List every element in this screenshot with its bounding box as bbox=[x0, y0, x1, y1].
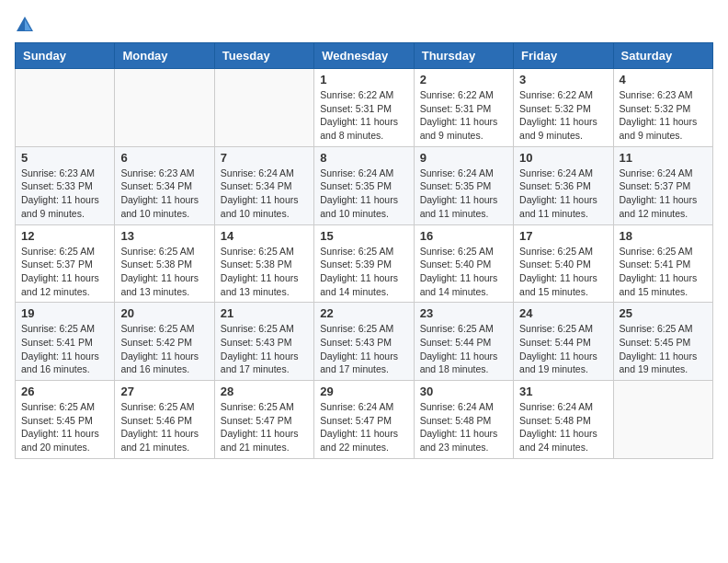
day-number: 27 bbox=[120, 385, 208, 398]
day-info: Sunrise: 6:24 AMSunset: 5:48 PMDaylight:… bbox=[420, 400, 507, 454]
calendar-cell: 29Sunrise: 6:24 AMSunset: 5:47 PMDayligh… bbox=[314, 381, 414, 459]
calendar-table: SundayMondayTuesdayWednesdayThursdayFrid… bbox=[15, 42, 713, 459]
day-number: 18 bbox=[620, 229, 707, 243]
day-number: 12 bbox=[21, 229, 108, 243]
day-number: 23 bbox=[420, 306, 507, 320]
day-info: Sunrise: 6:25 AMSunset: 5:47 PMDaylight:… bbox=[221, 400, 308, 454]
page-header bbox=[15, 15, 713, 35]
day-number: 3 bbox=[519, 73, 607, 86]
day-number: 28 bbox=[221, 385, 308, 398]
calendar-week-row: 26Sunrise: 6:25 AMSunset: 5:45 PMDayligh… bbox=[16, 381, 713, 459]
day-info: Sunrise: 6:25 AMSunset: 5:39 PMDaylight:… bbox=[320, 245, 407, 299]
calendar-cell: 22Sunrise: 6:25 AMSunset: 5:43 PMDayligh… bbox=[314, 303, 414, 381]
calendar-cell: 31Sunrise: 6:24 AMSunset: 5:48 PMDayligh… bbox=[514, 381, 613, 459]
day-number: 5 bbox=[21, 151, 108, 165]
calendar-week-row: 12Sunrise: 6:25 AMSunset: 5:37 PMDayligh… bbox=[16, 224, 713, 303]
day-info: Sunrise: 6:25 AMSunset: 5:40 PMDaylight:… bbox=[519, 245, 607, 299]
day-number: 8 bbox=[320, 151, 407, 165]
weekday-header-tuesday: Tuesday bbox=[214, 43, 313, 69]
calendar-cell: 20Sunrise: 6:25 AMSunset: 5:42 PMDayligh… bbox=[115, 303, 214, 381]
calendar-week-row: 19Sunrise: 6:25 AMSunset: 5:41 PMDayligh… bbox=[16, 303, 713, 381]
day-info: Sunrise: 6:23 AMSunset: 5:33 PMDaylight:… bbox=[21, 167, 108, 221]
calendar-cell: 25Sunrise: 6:25 AMSunset: 5:45 PMDayligh… bbox=[613, 303, 712, 381]
calendar-cell: 16Sunrise: 6:25 AMSunset: 5:40 PMDayligh… bbox=[414, 224, 513, 303]
day-number: 9 bbox=[420, 151, 507, 165]
calendar-cell: 23Sunrise: 6:25 AMSunset: 5:44 PMDayligh… bbox=[414, 303, 513, 381]
day-info: Sunrise: 6:25 AMSunset: 5:41 PMDaylight:… bbox=[21, 322, 108, 376]
calendar-cell: 18Sunrise: 6:25 AMSunset: 5:41 PMDayligh… bbox=[613, 224, 712, 303]
weekday-header-row: SundayMondayTuesdayWednesdayThursdayFrid… bbox=[16, 43, 713, 69]
calendar-cell: 21Sunrise: 6:25 AMSunset: 5:43 PMDayligh… bbox=[214, 303, 313, 381]
day-info: Sunrise: 6:22 AMSunset: 5:31 PMDaylight:… bbox=[420, 88, 507, 143]
calendar-cell: 12Sunrise: 6:25 AMSunset: 5:37 PMDayligh… bbox=[16, 224, 115, 303]
calendar-cell: 3Sunrise: 6:22 AMSunset: 5:32 PMDaylight… bbox=[514, 69, 613, 147]
day-number: 24 bbox=[519, 306, 607, 320]
calendar-cell: 19Sunrise: 6:25 AMSunset: 5:41 PMDayligh… bbox=[16, 303, 115, 381]
day-info: Sunrise: 6:25 AMSunset: 5:42 PMDaylight:… bbox=[120, 322, 208, 376]
day-number: 11 bbox=[620, 151, 707, 165]
calendar-cell: 4Sunrise: 6:23 AMSunset: 5:32 PMDaylight… bbox=[613, 69, 712, 147]
day-number: 10 bbox=[519, 151, 607, 165]
calendar-cell: 26Sunrise: 6:25 AMSunset: 5:45 PMDayligh… bbox=[16, 381, 115, 459]
day-info: Sunrise: 6:23 AMSunset: 5:32 PMDaylight:… bbox=[620, 88, 707, 143]
day-number: 7 bbox=[221, 151, 308, 165]
calendar-cell: 1Sunrise: 6:22 AMSunset: 5:31 PMDaylight… bbox=[314, 69, 414, 147]
day-info: Sunrise: 6:22 AMSunset: 5:31 PMDaylight:… bbox=[320, 88, 407, 143]
day-info: Sunrise: 6:24 AMSunset: 5:35 PMDaylight:… bbox=[320, 167, 407, 221]
calendar-cell: 7Sunrise: 6:24 AMSunset: 5:34 PMDaylight… bbox=[214, 146, 313, 224]
weekday-header-friday: Friday bbox=[514, 43, 613, 69]
calendar-cell bbox=[613, 381, 712, 459]
day-info: Sunrise: 6:25 AMSunset: 5:43 PMDaylight:… bbox=[221, 322, 308, 376]
calendar-cell: 27Sunrise: 6:25 AMSunset: 5:46 PMDayligh… bbox=[115, 381, 214, 459]
calendar-cell: 11Sunrise: 6:24 AMSunset: 5:37 PMDayligh… bbox=[613, 146, 712, 224]
weekday-header-monday: Monday bbox=[115, 43, 214, 69]
day-number: 2 bbox=[420, 73, 507, 86]
weekday-header-wednesday: Wednesday bbox=[314, 43, 414, 69]
day-info: Sunrise: 6:24 AMSunset: 5:47 PMDaylight:… bbox=[320, 400, 407, 454]
day-number: 17 bbox=[519, 229, 607, 243]
logo bbox=[15, 15, 39, 35]
weekday-header-sunday: Sunday bbox=[16, 43, 115, 69]
day-info: Sunrise: 6:25 AMSunset: 5:40 PMDaylight:… bbox=[420, 245, 507, 299]
calendar-cell: 10Sunrise: 6:24 AMSunset: 5:36 PMDayligh… bbox=[514, 146, 613, 224]
calendar-cell: 30Sunrise: 6:24 AMSunset: 5:48 PMDayligh… bbox=[414, 381, 513, 459]
day-number: 22 bbox=[320, 306, 407, 320]
logo-icon bbox=[15, 15, 35, 35]
day-info: Sunrise: 6:25 AMSunset: 5:41 PMDaylight:… bbox=[620, 245, 707, 299]
calendar-cell: 8Sunrise: 6:24 AMSunset: 5:35 PMDaylight… bbox=[314, 146, 414, 224]
calendar-cell: 13Sunrise: 6:25 AMSunset: 5:38 PMDayligh… bbox=[115, 224, 214, 303]
calendar-week-row: 5Sunrise: 6:23 AMSunset: 5:33 PMDaylight… bbox=[16, 146, 713, 224]
day-number: 15 bbox=[320, 229, 407, 243]
day-info: Sunrise: 6:23 AMSunset: 5:34 PMDaylight:… bbox=[120, 167, 208, 221]
day-number: 1 bbox=[320, 73, 407, 86]
day-number: 29 bbox=[320, 385, 407, 398]
calendar-cell: 14Sunrise: 6:25 AMSunset: 5:38 PMDayligh… bbox=[214, 224, 313, 303]
day-info: Sunrise: 6:25 AMSunset: 5:44 PMDaylight:… bbox=[420, 322, 507, 376]
day-info: Sunrise: 6:25 AMSunset: 5:43 PMDaylight:… bbox=[320, 322, 407, 376]
calendar-cell: 5Sunrise: 6:23 AMSunset: 5:33 PMDaylight… bbox=[16, 146, 115, 224]
day-number: 14 bbox=[221, 229, 308, 243]
calendar-cell: 2Sunrise: 6:22 AMSunset: 5:31 PMDaylight… bbox=[414, 69, 513, 147]
calendar-cell: 17Sunrise: 6:25 AMSunset: 5:40 PMDayligh… bbox=[514, 224, 613, 303]
day-number: 21 bbox=[221, 306, 308, 320]
day-number: 30 bbox=[420, 385, 507, 398]
day-number: 13 bbox=[120, 229, 208, 243]
weekday-header-thursday: Thursday bbox=[414, 43, 513, 69]
day-info: Sunrise: 6:24 AMSunset: 5:48 PMDaylight:… bbox=[519, 400, 607, 454]
day-info: Sunrise: 6:25 AMSunset: 5:45 PMDaylight:… bbox=[21, 400, 108, 454]
calendar-cell: 15Sunrise: 6:25 AMSunset: 5:39 PMDayligh… bbox=[314, 224, 414, 303]
calendar-cell: 24Sunrise: 6:25 AMSunset: 5:44 PMDayligh… bbox=[514, 303, 613, 381]
calendar-cell bbox=[214, 69, 313, 147]
day-info: Sunrise: 6:24 AMSunset: 5:35 PMDaylight:… bbox=[420, 167, 507, 221]
calendar-cell: 9Sunrise: 6:24 AMSunset: 5:35 PMDaylight… bbox=[414, 146, 513, 224]
weekday-header-saturday: Saturday bbox=[613, 43, 712, 69]
day-info: Sunrise: 6:25 AMSunset: 5:45 PMDaylight:… bbox=[620, 322, 707, 376]
day-info: Sunrise: 6:25 AMSunset: 5:38 PMDaylight:… bbox=[221, 245, 308, 299]
svg-marker-1 bbox=[25, 19, 31, 30]
day-info: Sunrise: 6:24 AMSunset: 5:37 PMDaylight:… bbox=[620, 167, 707, 221]
day-number: 19 bbox=[21, 306, 108, 320]
day-info: Sunrise: 6:24 AMSunset: 5:36 PMDaylight:… bbox=[519, 167, 607, 221]
day-number: 16 bbox=[420, 229, 507, 243]
day-info: Sunrise: 6:25 AMSunset: 5:38 PMDaylight:… bbox=[120, 245, 208, 299]
day-number: 26 bbox=[21, 385, 108, 398]
